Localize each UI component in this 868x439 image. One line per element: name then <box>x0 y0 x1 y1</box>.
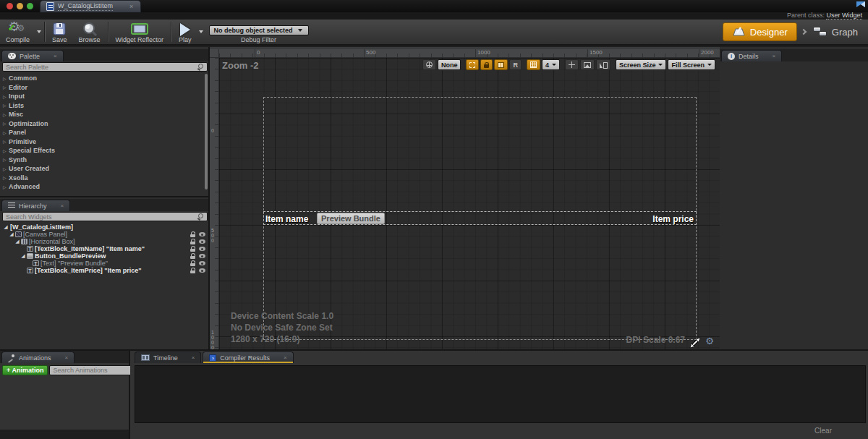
lock-icon[interactable] <box>190 231 195 237</box>
designer-mode-button[interactable]: Designer <box>723 22 797 41</box>
resize-handle-icon[interactable] <box>689 337 701 349</box>
preview-background-button[interactable] <box>580 59 595 70</box>
tab-animations[interactable]: Animations × <box>1 351 75 363</box>
tree-item[interactable]: ◢[Horizontal Box] <box>0 238 208 245</box>
horizontal-box-selection[interactable]: Item name Preview Bundle Item price <box>263 211 697 225</box>
expand-arrow-icon[interactable]: ▷ <box>3 139 9 144</box>
close-window-button[interactable] <box>7 3 13 9</box>
compiler-tab-close-icon[interactable]: × <box>284 354 287 361</box>
tab-timeline[interactable]: Timeline × <box>135 351 201 363</box>
lock-icon[interactable] <box>190 260 195 266</box>
tab-details[interactable]: i Details × <box>721 50 782 61</box>
item-name-textblock[interactable]: Item name <box>265 214 308 224</box>
tab-palette[interactable]: Palette × <box>1 50 64 61</box>
palette-category-synth[interactable]: ▷Synth <box>0 155 208 165</box>
hierarchy-tab-close-icon[interactable]: × <box>61 203 64 209</box>
palette-category-primitive[interactable]: ▷Primitive <box>0 137 208 147</box>
expand-arrow-icon[interactable]: ▷ <box>3 103 9 108</box>
play-options-caret-icon[interactable] <box>199 30 203 33</box>
widget-reflector-button[interactable]: Widget Reflector <box>110 20 170 44</box>
add-animation-button[interactable]: + Animation <box>2 365 48 375</box>
clear-log-button[interactable]: Clear <box>814 427 832 435</box>
browse-button[interactable]: Browse <box>73 20 106 44</box>
expanded-arrow-icon[interactable]: ◢ <box>14 239 20 244</box>
rotate-mode-button[interactable]: R <box>509 59 522 70</box>
compile-options-caret-icon[interactable] <box>37 30 41 33</box>
palette-category-user-created[interactable]: ▷User Created <box>0 164 208 174</box>
palette-category-xsolla[interactable]: ▷Xsolla <box>0 174 208 183</box>
item-price-textblock[interactable]: Item price <box>652 214 694 224</box>
graph-mode-button[interactable]: Graph <box>810 27 861 38</box>
palette-category-special-effects[interactable]: ▷Special Effects <box>0 146 208 155</box>
asset-tab-close-icon[interactable]: × <box>129 3 133 10</box>
transform-mode-button[interactable] <box>565 59 579 70</box>
show-outlines-toggle[interactable] <box>466 59 479 70</box>
palette-category-editor[interactable]: ▷Editor <box>0 83 208 93</box>
expanded-arrow-icon[interactable]: ◢ <box>9 231 14 237</box>
visibility-eye-icon[interactable] <box>199 247 205 251</box>
expand-arrow-icon[interactable]: ▷ <box>3 148 9 153</box>
asset-tab[interactable]: W_CatalogListItem × <box>40 0 141 12</box>
visibility-eye-icon[interactable] <box>199 232 205 236</box>
expand-arrow-icon[interactable]: ▷ <box>3 157 9 162</box>
palette-category-lists[interactable]: ▷Lists <box>0 101 208 111</box>
design-surface[interactable]: Zoom -2 None R 4 Screen Size Fill Screen <box>219 58 720 349</box>
debug-object-dropdown[interactable]: No debug object selected <box>209 25 309 35</box>
maximize-window-button[interactable] <box>27 3 33 9</box>
expand-arrow-icon[interactable]: ▷ <box>3 130 9 135</box>
minimize-window-button[interactable] <box>17 3 23 9</box>
dpi-settings-gear-icon[interactable]: ⚙ <box>705 336 714 346</box>
expanded-arrow-icon[interactable]: ◢ <box>3 224 9 230</box>
compile-button[interactable]: ⚙⚙✓ Compile <box>0 20 35 44</box>
visibility-eye-icon[interactable] <box>199 239 205 244</box>
parent-class-link[interactable]: User Widget <box>826 12 862 20</box>
expand-arrow-icon[interactable]: ▷ <box>3 121 9 126</box>
expand-arrow-icon[interactable]: ▷ <box>3 175 9 180</box>
tree-item[interactable]: ◢[Canvas Panel] <box>0 231 208 238</box>
visibility-eye-icon[interactable] <box>199 261 205 265</box>
tree-item[interactable]: ◢[W_CatalogListItem] <box>0 223 208 231</box>
palette-search-input[interactable] <box>3 64 197 71</box>
tab-compiler-results[interactable]: › Compiler Results × <box>203 351 293 363</box>
animations-tab-close-icon[interactable]: × <box>65 354 69 361</box>
respect-locks-toggle[interactable] <box>480 59 493 70</box>
lock-icon[interactable] <box>190 239 195 244</box>
expanded-arrow-icon[interactable]: ◢ <box>20 253 26 259</box>
layout-mode-toggle[interactable] <box>494 59 508 70</box>
lock-icon[interactable] <box>190 253 195 259</box>
save-button[interactable]: Save <box>46 20 73 44</box>
tab-hierarchy[interactable]: Hierarchy × <box>1 200 70 211</box>
compiler-results-log[interactable] <box>135 365 866 423</box>
details-tab-close-icon[interactable]: × <box>773 53 776 59</box>
palette-category-advanced[interactable]: ▷Advanced <box>0 182 208 192</box>
grid-size-dropdown[interactable]: 4 <box>542 59 560 70</box>
tree-item[interactable]: T[TextBlock_ItemPrice] "Item price" <box>0 267 208 274</box>
palette-category-misc[interactable]: ▷Misc <box>0 110 208 119</box>
tree-item[interactable]: T[Text] "Preview Bundle" <box>0 260 208 267</box>
palette-tab-close-icon[interactable]: × <box>54 53 57 59</box>
expand-arrow-icon[interactable]: ▷ <box>3 76 9 81</box>
visibility-eye-icon[interactable] <box>199 254 205 258</box>
lock-icon[interactable] <box>190 246 195 252</box>
expand-arrow-icon[interactable]: ▷ <box>3 166 9 171</box>
play-button[interactable]: Play <box>173 20 197 44</box>
palette-category-input[interactable]: ▷Input <box>0 92 208 101</box>
palette-category-optimization[interactable]: ▷Optimization <box>0 119 208 129</box>
palette-category-panel[interactable]: ▷Panel <box>0 128 208 137</box>
lock-icon[interactable] <box>190 268 195 273</box>
palette-scrollbar[interactable] <box>205 74 208 189</box>
tree-item[interactable]: ◢Button_BundlePreview <box>0 252 208 260</box>
expand-arrow-icon[interactable]: ▷ <box>3 184 9 189</box>
timeline-tab-close-icon[interactable]: × <box>192 354 195 361</box>
visibility-eye-icon[interactable] <box>199 268 205 273</box>
palette-category-common[interactable]: ▷Common <box>0 74 208 83</box>
hierarchy-search-input[interactable] <box>3 213 197 221</box>
screen-size-dropdown[interactable]: Screen Size <box>616 59 667 70</box>
localization-preview-button[interactable] <box>422 59 436 70</box>
expand-arrow-icon[interactable]: ▷ <box>3 94 9 99</box>
expand-arrow-icon[interactable]: ▷ <box>3 85 9 90</box>
anchor-dropdown[interactable]: None <box>438 59 461 70</box>
preview-bundle-button[interactable]: Preview Bundle <box>317 213 385 224</box>
animations-search-input[interactable] <box>50 367 140 374</box>
tree-item[interactable]: T[TextBlock_ItemName] "Item name" <box>0 245 208 252</box>
